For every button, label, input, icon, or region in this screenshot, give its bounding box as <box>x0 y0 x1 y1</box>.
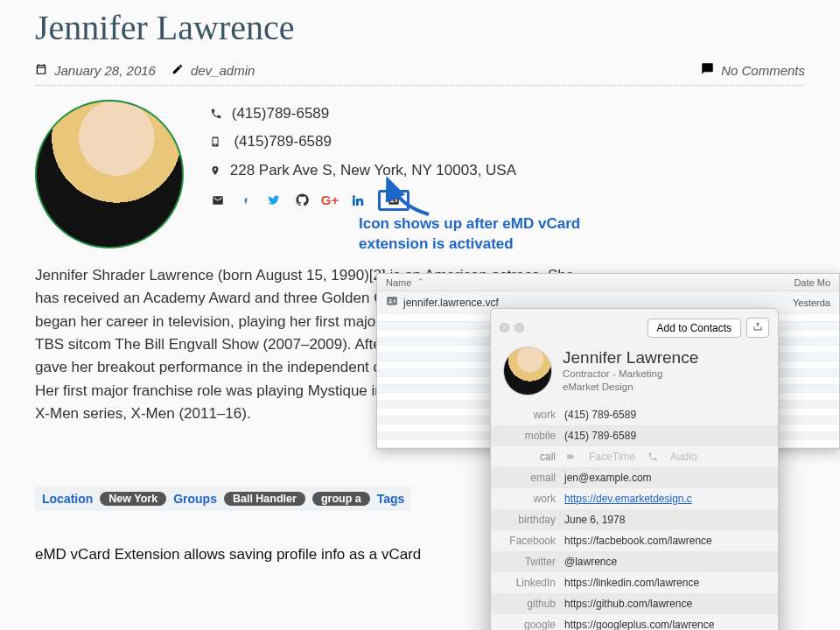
k-birthday: birthday <box>503 514 564 526</box>
k-google: google <box>503 619 564 630</box>
k-email: email <box>503 472 564 484</box>
finder-col-name[interactable]: Name <box>386 277 411 288</box>
twitter-icon[interactable] <box>266 192 282 208</box>
phone-value: (415)789-6589 <box>232 105 330 122</box>
tags-label[interactable]: Tags <box>377 492 405 506</box>
min-dot-icon[interactable] <box>514 323 524 332</box>
page-title: Jennifer Lawrence <box>35 7 805 48</box>
vcard-avatar <box>503 346 552 396</box>
email-icon[interactable] <box>210 192 226 208</box>
k-twitter: Twitter <box>503 556 564 568</box>
v-birthday: June 6, 1978 <box>564 514 625 526</box>
post-date: January 28, 2016 <box>54 63 156 78</box>
k-mobile: mobile <box>503 430 564 442</box>
comment-icon <box>701 62 714 78</box>
finder-filename: jennifer.lawrence.vcf <box>403 297 499 309</box>
sort-caret-icon[interactable]: ⌃ <box>416 276 424 288</box>
vcard-name: Jennifer Lawrence <box>563 348 698 368</box>
vcard-company: eMarket Design <box>563 381 698 394</box>
location-pill[interactable]: New York <box>100 492 166 506</box>
v-linkedin: https://linkedin.com/lawrence <box>564 577 699 589</box>
location-label[interactable]: Location <box>42 492 93 506</box>
vcf-file-icon <box>386 295 398 310</box>
share-button[interactable] <box>746 318 769 338</box>
group-pill-1[interactable]: Ball Handler <box>224 492 305 506</box>
facetime-label[interactable]: FaceTime <box>589 451 635 463</box>
add-to-contacts-button[interactable]: Add to Contacts <box>648 318 741 338</box>
finder-col-date[interactable]: Date Mo <box>794 277 830 288</box>
avatar <box>35 100 184 248</box>
arrow-annotation <box>385 175 438 219</box>
github-icon[interactable] <box>294 192 310 208</box>
k-linkedin: LinkedIn <box>503 577 564 589</box>
v-facebook: https://facbebook.com/lawrence <box>564 535 712 547</box>
v-mobile: (415) 789-6589 <box>564 430 636 442</box>
k-github: github <box>503 598 564 610</box>
k-work-url: work <box>503 493 564 505</box>
mobile-line: (415)789-6589 <box>210 128 516 156</box>
group-pill-2[interactable]: group a <box>312 492 370 506</box>
googleplus-icon[interactable]: G+ <box>322 192 338 208</box>
v-github: https://github.com/lawrence <box>564 598 692 610</box>
groups-label[interactable]: Groups <box>173 492 217 506</box>
vcard-role: Contractor - Marketing <box>563 368 698 381</box>
finder-filedate: Yesterda <box>793 298 830 308</box>
post-author[interactable]: dev_admin <box>191 63 255 78</box>
callout-text: Icon shows up after eMD vCard extension … <box>359 214 604 255</box>
social-row: G+ <box>210 190 516 211</box>
k-facebook: Facebook <box>503 535 564 547</box>
address-line: 228 Park Ave S, New York, NY 10003, USA <box>210 157 516 185</box>
k-call: call <box>503 451 564 463</box>
v-google: https://googleplus.com/lawrence <box>564 619 714 630</box>
k-work-phone: work <box>503 409 564 421</box>
v-work-phone: (415) 789-6589 <box>564 409 636 421</box>
post-meta: January 28, 2016 dev_admin No Comments <box>35 62 805 86</box>
address-value: 228 Park Ave S, New York, NY 10003, USA <box>230 162 516 178</box>
mobile-value: (415)789-6589 <box>234 133 332 150</box>
taxonomy-row: Location New York Groups Ball Handler gr… <box>35 486 411 511</box>
comments-link[interactable]: No Comments <box>721 63 805 78</box>
facebook-icon[interactable] <box>238 192 254 208</box>
close-dot-icon[interactable] <box>500 323 509 332</box>
pencil-icon <box>172 63 184 78</box>
phone-line: (415)789-6589 <box>210 100 516 128</box>
audio-label[interactable]: Audio <box>670 451 697 463</box>
v-work-url[interactable]: https://dev.emarketdesign.c <box>564 493 692 505</box>
v-email: jen@example.com <box>564 472 652 484</box>
v-twitter: @lawrence <box>564 556 617 568</box>
linkedin-icon[interactable] <box>350 192 366 208</box>
calendar-icon <box>35 63 47 78</box>
quicklook-panel: Add to Contacts Jennifer Lawrence Contra… <box>490 308 779 630</box>
